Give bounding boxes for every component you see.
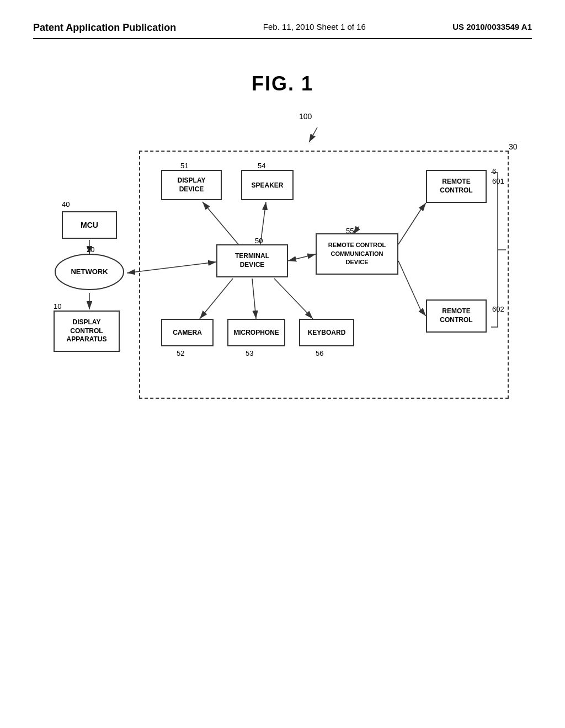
box-speaker: SPEAKER [241, 170, 294, 200]
box-camera: CAMERA [161, 319, 214, 346]
svg-text:NETWORK: NETWORK [71, 267, 108, 276]
ref-54: 54 [258, 162, 265, 170]
page: Patent Application Publication Feb. 11, … [0, 0, 565, 728]
ref-51: 51 [180, 162, 188, 170]
figure-title: FIG. 1 [33, 72, 532, 95]
ref-56: 56 [316, 349, 323, 357]
header: Patent Application Publication Feb. 11, … [33, 22, 532, 39]
ref-6: 6 [492, 167, 496, 175]
box-mcu: MCU [62, 211, 117, 239]
box-keyboard: KEYBOARD [299, 319, 354, 346]
ref-601: 601 [492, 177, 504, 185]
ref-602: 602 [492, 305, 504, 313]
diagram-container: 100 30 40 MCU 20 NETWORK 10 DISPLAYCONTR… [45, 112, 520, 432]
ref-50: 50 [255, 237, 263, 245]
box-rccd: REMOTE CONTROLCOMMUNICATIONDEVICE [316, 233, 398, 275]
header-publication-type: Patent Application Publication [33, 22, 176, 34]
box-remote-control-1: REMOTECONTROL [426, 170, 487, 203]
ref-53: 53 [246, 349, 253, 357]
header-patent-number: US 2010/0033549 A1 [452, 22, 532, 31]
box-remote-control-2: REMOTECONTROL [426, 299, 487, 333]
box-terminal: TERMINALDEVICE [216, 244, 288, 277]
ref-100: 100 [299, 112, 312, 121]
ellipse-network-svg: NETWORK [54, 253, 125, 291]
box-microphone: MICROPHONE [227, 319, 285, 346]
ref-10: 10 [54, 302, 61, 311]
ref-30: 30 [509, 142, 518, 151]
ref-52: 52 [177, 349, 184, 357]
header-date-sheet: Feb. 11, 2010 Sheet 1 of 16 [263, 22, 366, 31]
box-display-device: DISPLAYDEVICE [161, 170, 222, 200]
ref-40: 40 [62, 200, 70, 208]
box-display-control: DISPLAYCONTROLAPPARATUS [54, 311, 120, 352]
svg-line-3 [309, 127, 317, 142]
